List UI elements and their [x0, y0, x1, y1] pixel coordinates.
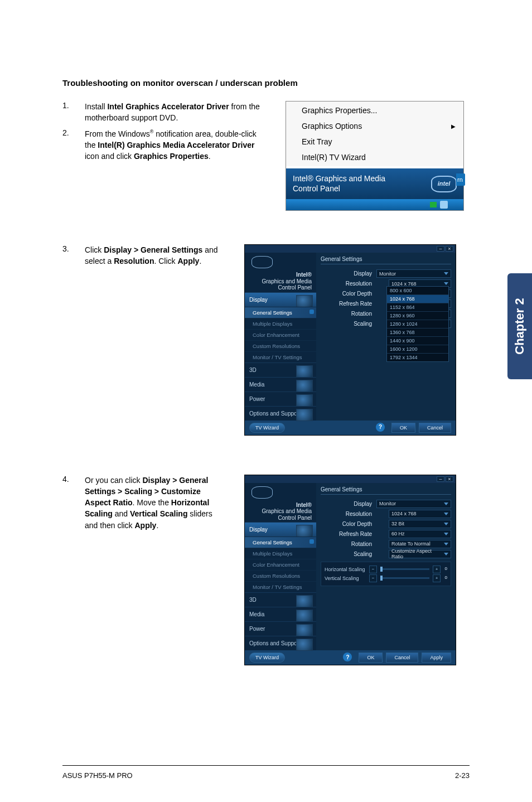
side-item-options-support[interactable]: Options and Support: [245, 406, 316, 421]
select-monitor[interactable]: Monitor: [376, 269, 451, 278]
side-item-power[interactable]: Power: [245, 392, 316, 406]
resolution-option[interactable]: 1152 x 864: [387, 303, 448, 311]
close-button[interactable]: ×: [446, 476, 453, 482]
side-item-media[interactable]: Media: [245, 607, 316, 621]
resolution-option[interactable]: 1440 x 900: [387, 336, 448, 345]
chevron-down-icon: [444, 543, 448, 545]
side-item-3d[interactable]: 3D: [245, 592, 316, 607]
taskbar-tray: [286, 199, 463, 210]
side-sub-multiple-displays[interactable]: Multiple Displays: [245, 318, 316, 329]
chevron-down-icon: [444, 533, 448, 535]
chevron-down-icon: [444, 553, 448, 555]
menu-item-graphics-properties[interactable]: Graphics Properties...: [287, 103, 462, 118]
side-sub-general-settings[interactable]: General Settings: [245, 537, 316, 548]
chevron-down-icon: [444, 513, 448, 515]
side-sub-color-enhancement[interactable]: Color Enhancement: [245, 559, 316, 570]
intel-control-panel-screenshot: – × Intel® Graphics and Media Control Pa…: [244, 475, 456, 666]
panel-banner-line2: Control Panel: [293, 184, 385, 194]
side-sub-monitor-tv-settings[interactable]: Monitor / TV Settings: [245, 581, 316, 592]
chevron-down-icon: [444, 503, 448, 505]
slider-stepper-up[interactable]: +: [433, 574, 441, 582]
scaling-slider-block: Horizontal Scaling − + 0 Vertical Scalin…: [321, 562, 451, 586]
intel-logo-icon: [252, 256, 273, 268]
side-item-power[interactable]: Power: [245, 621, 316, 636]
step-body: Install Intel Graphics Accelerator Drive…: [85, 101, 274, 124]
cancel-button[interactable]: Cancel: [419, 423, 451, 433]
label-display: Display: [321, 270, 376, 277]
side-sub-monitor-tv-settings[interactable]: Monitor / TV Settings: [245, 351, 316, 363]
slider-label-vertical: Vertical Scaling: [325, 576, 369, 581]
minimize-button[interactable]: –: [437, 246, 444, 252]
tv-wizard-button[interactable]: TV Wizard: [249, 423, 285, 433]
context-menu-screenshot: Graphics Properties... Graphics Options …: [286, 101, 464, 211]
resolution-option[interactable]: 1360 x 768: [387, 328, 448, 336]
label-resolution: Resolution: [321, 281, 376, 287]
select-rotation[interactable]: Rotate To Normal: [389, 540, 451, 548]
resolution-option[interactable]: 800 x 600: [387, 287, 448, 294]
menu-item-exit-tray[interactable]: Exit Tray: [287, 134, 462, 149]
step-number: 2.: [62, 128, 85, 137]
resolution-option[interactable]: 1280 x 960: [387, 311, 448, 320]
chevron-down-icon: [444, 272, 448, 275]
slider-value: 0: [441, 575, 447, 582]
info-icon[interactable]: ?: [376, 423, 385, 432]
label-display: Display: [321, 501, 376, 507]
side-sub-custom-resolutions[interactable]: Custom Resolutions: [245, 340, 316, 351]
select-monitor[interactable]: Monitor: [376, 500, 451, 508]
menu-item-tv-wizard[interactable]: Intel(R) TV Wizard: [287, 149, 462, 165]
label-color-depth: Color Depth: [321, 291, 376, 297]
step-body: From the Windows® notification area, dou…: [85, 128, 274, 162]
footer-right: 2-23: [455, 771, 470, 780]
side-sub-custom-resolutions[interactable]: Custom Resolutions: [245, 570, 316, 581]
info-icon[interactable]: ?: [343, 653, 352, 661]
side-item-3d[interactable]: 3D: [245, 363, 316, 377]
chevron-down-icon: [444, 523, 448, 525]
select-refresh-rate[interactable]: 60 Hz: [389, 530, 451, 538]
brand-line1: Intel®: [252, 272, 312, 278]
side-item-media[interactable]: Media: [245, 377, 316, 392]
step-3: 3. Click Display > General Settings and …: [62, 244, 230, 267]
label-scaling: Scaling: [321, 551, 376, 557]
tv-wizard-button[interactable]: TV Wizard: [249, 653, 285, 663]
ok-button[interactable]: OK: [359, 653, 383, 663]
side-sub-general-settings[interactable]: General Settings: [245, 307, 316, 318]
resolution-option[interactable]: 1600 x 1200: [387, 345, 448, 353]
page-heading: Troubleshooting on monitor overscan / un…: [62, 78, 470, 88]
brand-line1: Intel®: [252, 502, 312, 509]
panel-banner: Intel® Graphics and Media Control Panel …: [286, 168, 463, 199]
select-resolution[interactable]: 1024 x 768: [389, 510, 451, 518]
side-sub-multiple-displays[interactable]: Multiple Displays: [245, 548, 316, 559]
intel-control-panel-screenshot: – × Intel® Graphics and Media Control Pa…: [244, 244, 456, 436]
menu-item-label: Intel(R) TV Wizard: [302, 153, 366, 162]
minimize-button[interactable]: –: [437, 476, 444, 482]
resolution-option[interactable]: 1280 x 1024: [387, 320, 448, 328]
menu-item-graphics-options[interactable]: Graphics Options ▶: [287, 118, 462, 134]
resolution-option[interactable]: 1024 x 768: [387, 294, 448, 303]
label-refresh-rate: Refresh Rate: [321, 301, 376, 307]
slider-stepper-down[interactable]: −: [369, 566, 377, 573]
side-item-options-support[interactable]: Options and Support: [245, 636, 316, 650]
ok-button[interactable]: OK: [391, 423, 415, 433]
cancel-button[interactable]: Cancel: [386, 653, 418, 663]
apply-button[interactable]: Apply: [422, 653, 451, 663]
tab-general-settings[interactable]: General Settings: [321, 256, 451, 264]
resolution-option[interactable]: 1792 x 1344: [387, 353, 448, 361]
brand-line3: Control Panel: [252, 515, 312, 521]
label-resolution: Resolution: [321, 511, 376, 517]
resolution-option-list[interactable]: 800 x 600 1024 x 768 1152 x 864 1280 x 9…: [386, 286, 449, 362]
label-color-depth: Color Depth: [321, 521, 376, 527]
close-button[interactable]: ×: [446, 246, 453, 252]
step-2: 2. From the Windows® notification area, …: [62, 128, 274, 162]
slider-stepper-down[interactable]: −: [369, 574, 377, 582]
select-color-depth[interactable]: 32 Bit: [389, 520, 451, 528]
vertical-scaling-slider[interactable]: [380, 577, 429, 579]
menu-item-label: Graphics Properties...: [302, 106, 377, 115]
slider-stepper-up[interactable]: +: [433, 566, 441, 573]
select-scaling[interactable]: Customize Aspect Ratio: [389, 550, 451, 558]
side-item-display[interactable]: Display: [245, 522, 316, 537]
horizontal-scaling-slider[interactable]: [380, 568, 429, 570]
tab-general-settings[interactable]: General Settings: [321, 486, 451, 495]
side-sub-color-enhancement[interactable]: Color Enhancement: [245, 329, 316, 340]
side-item-display[interactable]: Display: [245, 292, 316, 307]
footer-left: ASUS P7H55-M PRO: [62, 771, 133, 780]
